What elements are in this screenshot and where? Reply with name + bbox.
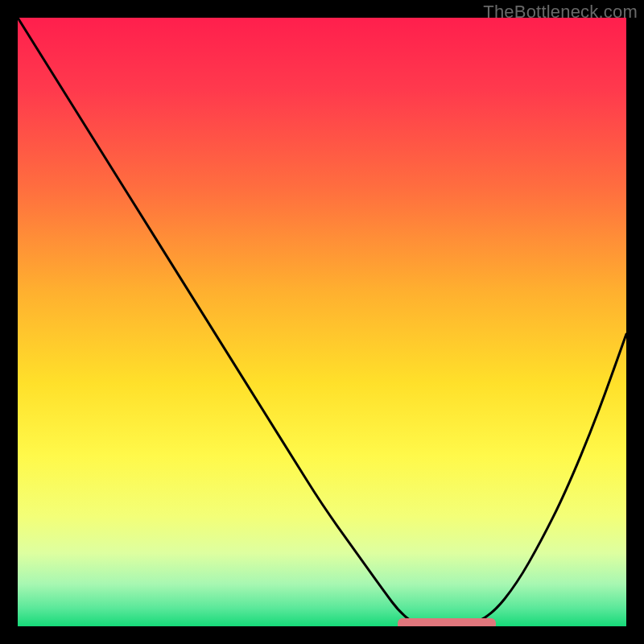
watermark-text: TheBottleneck.com (483, 2, 638, 23)
optimal-range-marker (398, 618, 495, 626)
svg-rect-0 (18, 18, 626, 626)
plot-area (18, 18, 626, 626)
chart-frame: TheBottleneck.com (0, 0, 644, 644)
background-gradient (18, 18, 626, 626)
